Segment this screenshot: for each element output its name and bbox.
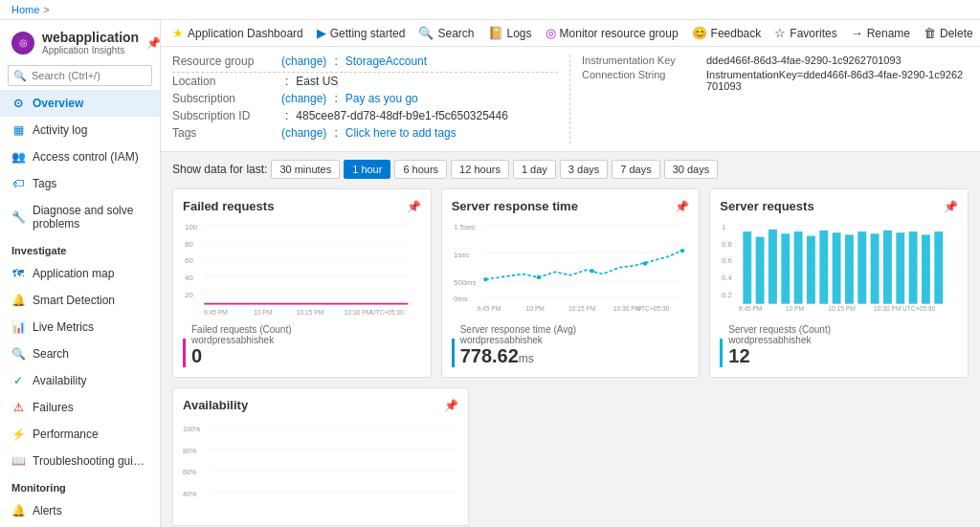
server-response-legend-text: Server response time (Avg) wordpressabhi… [460,324,577,345]
sidebar-item-failures[interactable]: ⚠ Failures [0,394,160,421]
sidebar-item-search[interactable]: 🔍 Search [0,340,160,367]
server-requests-pin[interactable]: 📌 [944,200,958,213]
server-response-chart[interactable]: 1.5sec 1sec 500ms 0ms [452,221,690,317]
sidebar-item-performance[interactable]: ⚡ Performance [0,421,160,448]
subscription-change-link[interactable]: (change) [281,92,326,105]
sidebar-label-smart-detection: Smart Detection [33,294,115,307]
time-btn-1day[interactable]: 1 day [513,160,556,179]
investigate-section: Investigate [0,237,160,260]
tags-change-link[interactable]: (change) [281,126,326,140]
overview-icon: ⊙ [11,97,25,110]
svg-point-28 [679,249,683,253]
location-value: East US [296,75,338,88]
failed-requests-pin[interactable]: 📌 [407,200,421,213]
svg-text:10:15 PM: 10:15 PM [297,309,324,316]
svg-point-27 [643,261,647,265]
search-button[interactable]: 🔍 Search [418,26,474,40]
availability-pin[interactable]: 📌 [444,399,458,412]
monitoring-section: Monitoring [0,474,160,497]
failed-requests-value: 0 [191,345,292,367]
svg-point-25 [536,275,540,279]
search-input[interactable] [8,65,152,86]
subscription-value[interactable]: Pay as you go [345,92,418,105]
server-response-title: Server response time 📌 [452,199,690,213]
dashboard: Show data for last: 30 minutes 1 hour 6 … [161,152,980,527]
sidebar-item-overview[interactable]: ⊙ Overview [0,90,160,117]
favorites-button[interactable]: ☆ Favorites [774,26,836,40]
breadcrumb-home[interactable]: Home [11,4,39,15]
availability-icon: ✓ [11,374,25,387]
monitor-rg-label: Monitor resource group [560,27,679,40]
time-btn-3days[interactable]: 3 days [560,160,608,179]
resource-grid: Resource group (change) : StorageAccount… [172,55,969,143]
server-response-unit: ms [519,352,534,365]
feedback-button[interactable]: 😊 Feedback [692,26,762,40]
subscription-row: Subscription (change) : Pay as you go [172,92,558,105]
server-response-value: 778.62 [460,345,519,366]
app-dashboard-button[interactable]: ★ Application Dashboard [172,26,303,40]
instrumentation-key-label: Instrumentation Key [582,55,706,66]
time-btn-7days[interactable]: 7 days [612,160,659,179]
sidebar-item-alerts[interactable]: 🔔 Alerts [0,497,160,524]
delete-button[interactable]: 🗑 Delete [924,26,973,40]
failed-requests-legend-color [183,339,186,367]
server-response-pin[interactable]: 📌 [675,200,689,213]
subscription-label: Subscription [172,92,278,105]
server-response-card: Server response time 📌 1.5sec 1sec 500ms… [441,188,701,378]
instrumentation-key-row: Instrumentation Key dded466f-86d3-4fae-9… [582,55,969,66]
server-requests-label: Server requests [720,199,813,213]
availability-svg: 100% 80% 60% 40% [183,420,458,516]
app-type: Application Insights [42,45,139,55]
sidebar-label-availability: Availability [33,374,86,387]
svg-text:10 PM: 10 PM [525,305,544,312]
time-btn-30min[interactable]: 30 minutes [271,160,340,179]
rename-icon: → [851,26,863,40]
sidebar-item-access-control[interactable]: 👥 Access control (IAM) [0,143,160,170]
availability-chart[interactable]: 100% 80% 60% 40% [183,420,458,516]
toolbar-search-icon: 🔍 [418,26,434,40]
time-btn-30days[interactable]: 30 days [664,160,719,179]
sidebar-item-activity-log[interactable]: ▦ Activity log [0,117,160,143]
server-requests-chart[interactable]: 1 0.8 0.6 0.4 0.2 [720,221,958,317]
svg-rect-46 [768,230,777,304]
svg-text:80: 80 [185,240,193,249]
svg-point-24 [483,277,487,281]
sidebar-label-diagnose: Diagnose and solve problems [33,204,148,231]
breadcrumb: Home > [0,0,980,20]
time-btn-6hours[interactable]: 6 hours [394,160,447,179]
svg-rect-50 [820,231,829,304]
monitor-rg-button[interactable]: ◎ Monitor resource group [546,26,679,40]
svg-text:0.6: 0.6 [722,256,732,265]
time-btn-1hour[interactable]: 1 hour [344,160,390,179]
sidebar-label-app-map: Application map [33,267,114,280]
svg-text:9:45 PM: 9:45 PM [477,305,501,312]
sidebar-item-app-map[interactable]: 🗺 Application map [0,260,160,287]
svg-rect-58 [922,234,930,303]
location-row: Location : East US [172,75,558,88]
sidebar-item-smart-detection[interactable]: 🔔 Smart Detection [0,287,160,314]
resource-group-change-link[interactable]: (change) [281,55,326,68]
svg-text:40%: 40% [183,490,197,498]
resource-group-value[interactable]: StorageAccount [345,55,427,68]
getting-started-button[interactable]: ▶ Getting started [317,26,406,40]
svg-rect-59 [935,231,944,304]
connection-string-row: Connection String InstrumentationKey=dde… [582,69,969,92]
sidebar-item-availability[interactable]: ✓ Availability [0,367,160,394]
sidebar-label-overview: Overview [33,97,83,110]
resource-right: Instrumentation Key dded466f-86d3-4fae-9… [570,55,969,143]
sidebar-label-activity-log: Activity log [33,123,87,137]
sidebar-item-diagnose[interactable]: 🔧 Diagnose and solve problems [0,197,160,237]
svg-rect-45 [756,237,765,304]
pin-icon[interactable]: 📌 [146,36,161,50]
sidebar-item-live-metrics[interactable]: 📊 Live Metrics [0,314,160,340]
toolbar: ★ Application Dashboard ▶ Getting starte… [161,20,980,47]
sidebar-item-tags[interactable]: 🏷 Tags [0,170,160,197]
time-btn-12hours[interactable]: 12 hours [451,160,509,179]
logs-button[interactable]: 📔 Logs [488,26,532,40]
tags-label: Tags [172,126,278,140]
failed-requests-chart[interactable]: 100 80 60 40 20 [183,221,421,317]
svg-text:10:30 PM: 10:30 PM [874,305,901,312]
sidebar-item-troubleshooting[interactable]: 📖 Troubleshooting guides (previe... [0,448,160,474]
tags-value[interactable]: Click here to add tags [345,126,457,140]
rename-button[interactable]: → Rename [851,26,910,40]
